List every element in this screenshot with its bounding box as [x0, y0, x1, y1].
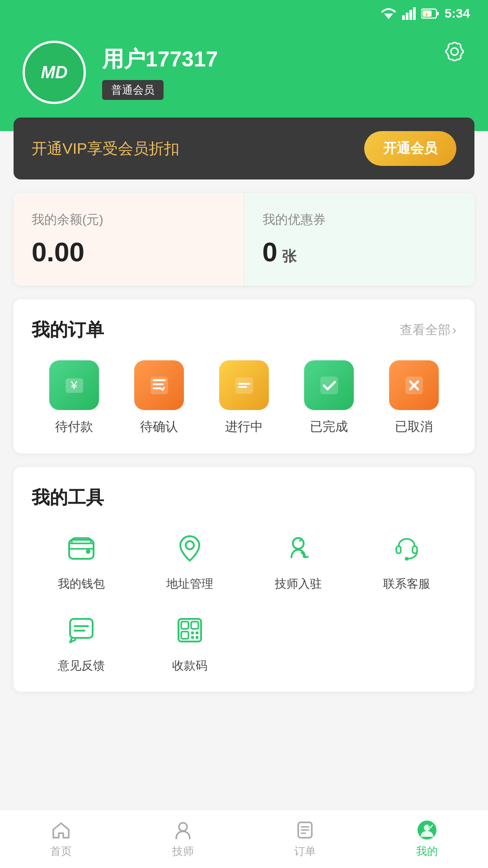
- svg-rect-3: [409, 10, 412, 20]
- svg-rect-6: [436, 12, 439, 15]
- activate-vip-button[interactable]: 开通会员: [364, 131, 456, 166]
- tools-header: 我的工具: [32, 485, 456, 510]
- order-in-progress[interactable]: 进行中: [219, 360, 269, 435]
- balance-coupon-row: 我的余额(元) 0.00 我的优惠券 0 张: [14, 193, 474, 286]
- technician-nav[interactable]: 技师: [122, 820, 244, 859]
- qrcode-tool[interactable]: 收款码: [140, 610, 239, 674]
- order-icons-row: ¥ 待付款 待确认 进行中: [32, 360, 456, 435]
- pending-payment-icon: ¥: [49, 360, 99, 410]
- svg-rect-32: [196, 632, 198, 634]
- home-nav-label: 首页: [50, 844, 72, 859]
- orders-header: 我的订单 查看全部 ›: [32, 317, 456, 342]
- battery-icon: ⚡: [421, 8, 439, 19]
- order-pending-confirm[interactable]: 待确认: [134, 360, 184, 435]
- svg-rect-30: [181, 632, 188, 639]
- balance-card[interactable]: 我的余额(元) 0.00: [14, 193, 244, 286]
- username: 用户177317: [102, 45, 465, 74]
- address-tool[interactable]: 地址管理: [140, 528, 239, 592]
- support-icon: [386, 528, 427, 569]
- avatar-text: MD: [41, 64, 67, 81]
- tools-grid: 我的钱包 地址管理 技师入驻: [32, 528, 456, 674]
- coupon-card[interactable]: 我的优惠券 0 张: [244, 193, 475, 286]
- svg-point-25: [405, 557, 408, 561]
- svg-text:¥: ¥: [70, 378, 77, 392]
- my-nav[interactable]: 我的: [366, 820, 488, 859]
- address-icon: [169, 528, 210, 569]
- svg-rect-23: [396, 546, 401, 553]
- svg-rect-4: [413, 7, 416, 20]
- wallet-label: 我的钱包: [58, 576, 105, 592]
- bottom-nav: 首页 技师 订单: [0, 809, 488, 868]
- technician-label: 技师入驻: [275, 576, 322, 592]
- svg-rect-1: [402, 15, 405, 20]
- svg-rect-29: [191, 622, 198, 629]
- svg-point-35: [179, 823, 187, 831]
- svg-rect-19: [69, 543, 94, 549]
- cancelled-icon: [389, 360, 439, 410]
- order-nav-icon: [295, 820, 315, 840]
- avatar: MD: [23, 41, 86, 104]
- svg-point-21: [186, 541, 194, 549]
- pending-confirm-icon: [134, 360, 184, 410]
- order-label-pending-payment: 待付款: [55, 418, 93, 435]
- order-nav-label: 订单: [294, 844, 316, 859]
- technician-nav-label: 技师: [172, 844, 194, 859]
- svg-rect-12: [150, 377, 168, 394]
- technician-nav-icon: [173, 820, 193, 840]
- orders-title: 我的订单: [32, 317, 104, 342]
- support-tool[interactable]: 联系客服: [357, 528, 456, 592]
- home-icon: [51, 820, 71, 840]
- view-all-orders[interactable]: 查看全部 ›: [400, 321, 456, 339]
- member-badge: 普通会员: [102, 80, 164, 100]
- svg-rect-31: [191, 632, 194, 634]
- coupon-label: 我的优惠券: [263, 211, 457, 228]
- feedback-icon: [61, 610, 102, 651]
- settings-button[interactable]: [444, 41, 465, 62]
- svg-marker-0: [384, 14, 393, 19]
- tools-title: 我的工具: [32, 485, 104, 510]
- in-progress-icon: [219, 360, 269, 410]
- chevron-right-icon: ›: [452, 323, 456, 337]
- home-nav[interactable]: 首页: [0, 820, 122, 859]
- svg-rect-2: [406, 13, 408, 20]
- wallet-icon: [61, 528, 102, 569]
- tools-section: 我的工具 我的钱包 地址管理: [14, 467, 474, 692]
- feedback-tool[interactable]: 意见反馈: [32, 610, 131, 674]
- wallet-tool[interactable]: 我的钱包: [32, 528, 131, 592]
- svg-rect-26: [70, 619, 93, 638]
- order-label-in-progress: 进行中: [225, 418, 263, 435]
- profile-info: 用户177317 普通会员: [102, 45, 465, 100]
- qrcode-icon: [169, 610, 210, 651]
- vip-banner: 开通VIP享受会员折扣 开通会员: [14, 118, 474, 179]
- completed-icon: [304, 360, 354, 410]
- time-display: 5:34: [445, 6, 470, 21]
- vip-text: 开通VIP享受会员折扣: [32, 138, 179, 159]
- order-nav[interactable]: 订单: [244, 820, 366, 859]
- my-nav-label: 我的: [416, 844, 438, 859]
- order-pending-payment[interactable]: ¥ 待付款: [49, 360, 99, 435]
- order-label-completed: 已完成: [310, 418, 348, 435]
- order-completed[interactable]: 已完成: [304, 360, 354, 435]
- svg-point-9: [451, 48, 458, 55]
- wifi-icon: [380, 7, 397, 20]
- order-cancelled[interactable]: 已取消: [389, 360, 439, 435]
- technician-icon: [278, 528, 319, 569]
- qrcode-label: 收款码: [172, 658, 207, 674]
- balance-label: 我的余额(元): [32, 211, 226, 228]
- orders-section: 我的订单 查看全部 › ¥ 待付款: [14, 299, 474, 453]
- feedback-label: 意见反馈: [58, 658, 105, 674]
- technician-tool[interactable]: 技师入驻: [249, 528, 348, 592]
- svg-rect-13: [235, 377, 253, 394]
- svg-rect-33: [191, 636, 194, 639]
- svg-rect-28: [181, 622, 188, 629]
- signal-icon: [402, 7, 416, 20]
- coupon-value: 0 张: [263, 236, 457, 268]
- order-label-cancelled: 已取消: [395, 418, 433, 435]
- balance-value: 0.00: [32, 236, 226, 268]
- my-nav-icon: [417, 820, 437, 840]
- address-label: 地址管理: [166, 576, 213, 592]
- status-bar: ⚡ 5:34: [0, 0, 488, 27]
- header-section: MD 用户177317 普通会员: [0, 27, 488, 131]
- support-label: 联系客服: [383, 576, 430, 592]
- order-label-pending-confirm: 待确认: [140, 418, 178, 435]
